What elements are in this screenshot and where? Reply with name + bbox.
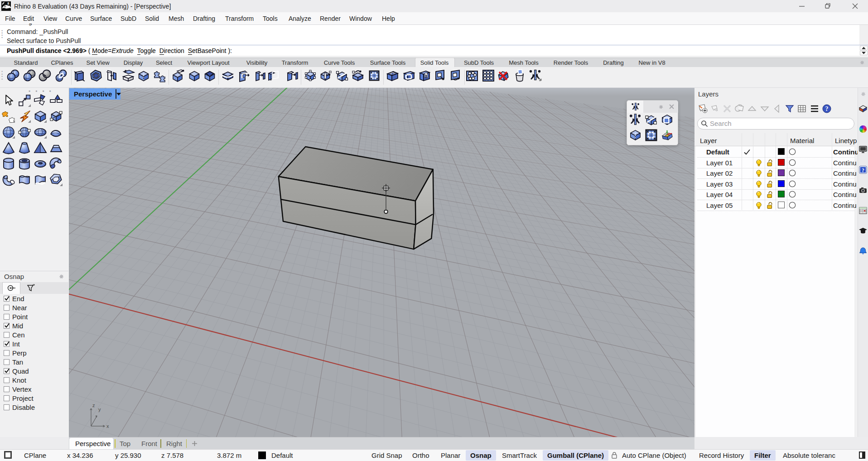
svg-text:?: ? — [825, 106, 829, 112]
svg-text:?: ? — [862, 167, 864, 173]
svg-text:y: y — [98, 407, 101, 412]
svg-text:z: z — [92, 403, 95, 408]
svg-text:x: x — [106, 423, 109, 429]
svg-text:8: 8 — [7, 1, 9, 5]
